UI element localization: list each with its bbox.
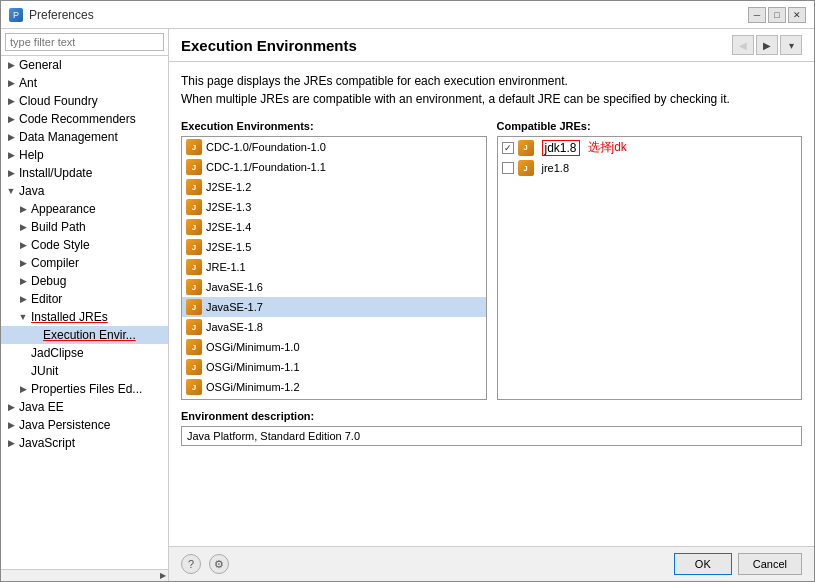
sidebar-item-label-java: Java bbox=[19, 184, 44, 198]
env-item-osgi-min-11[interactable]: JOSGi/Minimum-1.1 bbox=[182, 357, 486, 377]
env-item-cdc-11[interactable]: JCDC-1.1/Foundation-1.1 bbox=[182, 157, 486, 177]
arrow-icon-help: ▶ bbox=[5, 150, 17, 160]
env-icon-javase-17: J bbox=[186, 299, 202, 315]
env-item-j2se-13[interactable]: JJ2SE-1.3 bbox=[182, 197, 486, 217]
ok-button[interactable]: OK bbox=[674, 553, 732, 575]
sidebar-item-label-cloud-foundry: Cloud Foundry bbox=[19, 94, 98, 108]
checkbox-jre18[interactable] bbox=[502, 162, 514, 174]
jre-icon-jre18: J bbox=[518, 160, 534, 176]
sidebar-item-installed-jres[interactable]: ▼Installed JREs bbox=[1, 308, 168, 326]
compat-item-jdk18[interactable]: ✓Jjdk1.8选择jdk bbox=[498, 137, 802, 158]
env-label-j2se-15: J2SE-1.5 bbox=[206, 241, 251, 253]
arrow-icon-install-update: ▶ bbox=[5, 168, 17, 178]
compat-panel: Compatible JREs: ✓Jjdk1.8选择jdkJjre1.8 bbox=[497, 120, 803, 400]
window-icon: P bbox=[9, 8, 23, 22]
nav-forward-button[interactable]: ▶ bbox=[756, 35, 778, 55]
env-desc-input[interactable] bbox=[181, 426, 802, 446]
env-item-javase-17[interactable]: JJavaSE-1.7 bbox=[182, 297, 486, 317]
checkbox-jdk18[interactable]: ✓ bbox=[502, 142, 514, 154]
sidebar-item-help[interactable]: ▶Help bbox=[1, 146, 168, 164]
nav-dropdown-button[interactable]: ▾ bbox=[780, 35, 802, 55]
env-item-j2se-15[interactable]: JJ2SE-1.5 bbox=[182, 237, 486, 257]
sidebar-item-label-jadclipse: JadClipse bbox=[31, 346, 84, 360]
sidebar-item-data-management[interactable]: ▶Data Management bbox=[1, 128, 168, 146]
sidebar-item-debug[interactable]: ▶Debug bbox=[1, 272, 168, 290]
env-icon-cdc-10: J bbox=[186, 139, 202, 155]
sidebar-item-cloud-foundry[interactable]: ▶Cloud Foundry bbox=[1, 92, 168, 110]
maximize-button[interactable]: □ bbox=[768, 7, 786, 23]
env-item-cdc-10[interactable]: JCDC-1.0/Foundation-1.0 bbox=[182, 137, 486, 157]
env-label-cdc-10: CDC-1.0/Foundation-1.0 bbox=[206, 141, 326, 153]
sidebar-hscroll: ▶ bbox=[1, 570, 168, 581]
env-item-j2se-12[interactable]: JJ2SE-1.2 bbox=[182, 177, 486, 197]
jre-label-box-jdk18: jdk1.8 bbox=[542, 140, 580, 156]
env-item-osgi-min-12[interactable]: JOSGi/Minimum-1.2 bbox=[182, 377, 486, 397]
env-label-osgi-min-12: OSGi/Minimum-1.2 bbox=[206, 381, 300, 393]
arrow-icon-code-style: ▶ bbox=[17, 240, 29, 250]
cancel-button[interactable]: Cancel bbox=[738, 553, 802, 575]
arrow-icon-java: ▼ bbox=[5, 186, 17, 196]
panel-title: Execution Environments bbox=[181, 37, 357, 54]
window-controls: ─ □ ✕ bbox=[748, 7, 806, 23]
sidebar-item-execution-envir[interactable]: Execution Envir... bbox=[1, 326, 168, 344]
sidebar-item-editor[interactable]: ▶Editor bbox=[1, 290, 168, 308]
settings-button[interactable]: ⚙ bbox=[209, 554, 229, 574]
sidebar-item-jadclipse[interactable]: JadClipse bbox=[1, 344, 168, 362]
filter-input[interactable] bbox=[5, 33, 164, 51]
sidebar-item-label-help: Help bbox=[19, 148, 44, 162]
arrow-icon-ant: ▶ bbox=[5, 78, 17, 88]
arrow-icon-javascript: ▶ bbox=[5, 438, 17, 448]
sidebar-item-appearance[interactable]: ▶Appearance bbox=[1, 200, 168, 218]
arrow-icon-installed-jres: ▼ bbox=[17, 312, 29, 322]
env-label-j2se-14: J2SE-1.4 bbox=[206, 221, 251, 233]
help-icons: ? ⚙ bbox=[181, 554, 229, 574]
env-icon-j2se-12: J bbox=[186, 179, 202, 195]
sidebar-item-javascript[interactable]: ▶JavaScript bbox=[1, 434, 168, 452]
env-label-javase-17: JavaSE-1.7 bbox=[206, 301, 263, 313]
sidebar-item-properties-files[interactable]: ▶Properties Files Ed... bbox=[1, 380, 168, 398]
filter-box bbox=[1, 29, 168, 56]
minimize-button[interactable]: ─ bbox=[748, 7, 766, 23]
arrow-icon-cloud-foundry: ▶ bbox=[5, 96, 17, 106]
help-button[interactable]: ? bbox=[181, 554, 201, 574]
sidebar-item-ant[interactable]: ▶Ant bbox=[1, 74, 168, 92]
env-icon-javase-18: J bbox=[186, 319, 202, 335]
sidebar-item-compiler[interactable]: ▶Compiler bbox=[1, 254, 168, 272]
sidebar-item-install-update[interactable]: ▶Install/Update bbox=[1, 164, 168, 182]
env-item-jre-11[interactable]: JJRE-1.1 bbox=[182, 257, 486, 277]
sidebar-item-label-data-management: Data Management bbox=[19, 130, 118, 144]
sidebar-item-label-installed-jres: Installed JREs bbox=[31, 310, 108, 324]
sidebar-item-label-debug: Debug bbox=[31, 274, 66, 288]
environments-panel: Execution Environments: JCDC-1.0/Foundat… bbox=[181, 120, 487, 400]
sidebar-item-java-ee[interactable]: ▶Java EE bbox=[1, 398, 168, 416]
arrow-icon-debug: ▶ bbox=[17, 276, 29, 286]
nav-back-button[interactable]: ◀ bbox=[732, 35, 754, 55]
env-icon-j2se-15: J bbox=[186, 239, 202, 255]
sidebar-item-code-recommenders[interactable]: ▶Code Recommenders bbox=[1, 110, 168, 128]
desc-line1: This page displays the JREs compatible f… bbox=[181, 72, 802, 90]
sidebar-item-junit[interactable]: JUnit bbox=[1, 362, 168, 380]
arrow-icon-java-ee: ▶ bbox=[5, 402, 17, 412]
close-button[interactable]: ✕ bbox=[788, 7, 806, 23]
env-icon-osgi-min-12: J bbox=[186, 379, 202, 395]
nav-buttons: ◀ ▶ ▾ bbox=[732, 35, 802, 55]
env-list-box[interactable]: JCDC-1.0/Foundation-1.0JCDC-1.1/Foundati… bbox=[181, 136, 487, 400]
env-label-j2se-13: J2SE-1.3 bbox=[206, 201, 251, 213]
env-item-j2se-14[interactable]: JJ2SE-1.4 bbox=[182, 217, 486, 237]
env-item-javase-18[interactable]: JJavaSE-1.8 bbox=[182, 317, 486, 337]
compat-item-jre18[interactable]: Jjre1.8 bbox=[498, 158, 802, 178]
sidebar-item-label-editor: Editor bbox=[31, 292, 62, 306]
env-label-javase-16: JavaSE-1.6 bbox=[206, 281, 263, 293]
sidebar-item-code-style[interactable]: ▶Code Style bbox=[1, 236, 168, 254]
compat-list-box: ✓Jjdk1.8选择jdkJjre1.8 bbox=[497, 136, 803, 400]
scroll-right-icon[interactable]: ▶ bbox=[160, 571, 166, 580]
desc-line2: When multiple JREs are compatible with a… bbox=[181, 90, 802, 108]
env-item-osgi-min-10[interactable]: JOSGi/Minimum-1.0 bbox=[182, 337, 486, 357]
sidebar-item-java-persistence[interactable]: ▶Java Persistence bbox=[1, 416, 168, 434]
env-icon-j2se-13: J bbox=[186, 199, 202, 215]
sidebar-item-java[interactable]: ▼Java bbox=[1, 182, 168, 200]
sidebar-item-build-path[interactable]: ▶Build Path bbox=[1, 218, 168, 236]
sidebar-item-general[interactable]: ▶General bbox=[1, 56, 168, 74]
sidebar-item-label-compiler: Compiler bbox=[31, 256, 79, 270]
env-item-javase-16[interactable]: JJavaSE-1.6 bbox=[182, 277, 486, 297]
